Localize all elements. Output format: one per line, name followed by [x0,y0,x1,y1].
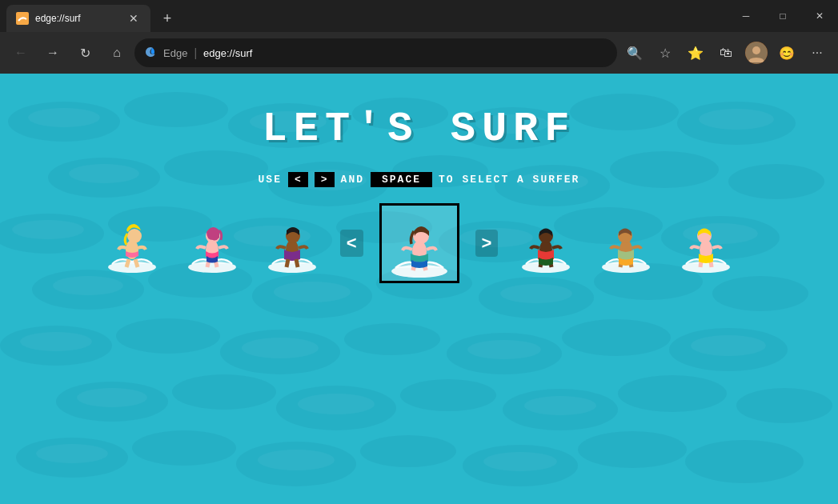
surfer-6[interactable] [594,207,658,279]
svg-point-71 [298,394,375,414]
window-controls: ─ □ ✕ [728,0,838,32]
svg-point-8 [570,94,679,130]
edge-logo [144,46,157,61]
svg-point-64 [274,282,351,302]
svg-point-44 [736,388,832,423]
tab-title: edge://surf [35,13,120,24]
surfer-5-svg [518,210,574,278]
instruction-suffix: TO SELECT A SURFER [439,174,579,186]
svg-point-74 [258,450,335,470]
surfer-3[interactable] [260,207,324,279]
svg-point-32 [116,318,220,354]
svg-point-2 [752,46,760,54]
svg-point-78 [127,229,142,243]
address-bar[interactable]: Edge | edge://surf [134,38,617,67]
maximize-button[interactable]: □ [764,0,801,32]
address-separator: | [194,46,197,59]
tab-close-button[interactable]: ✕ [126,11,141,26]
tab-area: edge://surf ✕ + [0,0,181,32]
surfer-2-svg [184,210,240,278]
game-area: LET'S SURF USE < > AND SPACE TO SELECT A… [0,74,838,504]
home-icon: ⌂ [113,46,121,60]
surfer-1-svg [104,210,160,278]
favorites-icon: ☆ [660,46,671,61]
svg-point-75 [483,452,557,471]
refresh-button[interactable]: ↻ [70,38,99,67]
svg-point-15 [610,151,719,188]
wallet-icon: 🛍 [720,46,732,60]
svg-point-69 [691,335,766,356]
svg-point-56 [69,164,139,183]
emoji-icon: 😊 [779,46,795,61]
surfer-4-svg [383,206,455,282]
edge-label-text: Edge [163,47,187,59]
svg-point-36 [562,319,671,356]
svg-point-59 [12,220,84,239]
titlebar-left: edge://surf ✕ + [0,0,181,32]
active-tab[interactable]: edge://surf ✕ [6,5,150,32]
svg-point-72 [524,396,596,415]
back-button[interactable]: ← [6,38,35,67]
svg-point-67 [242,338,319,358]
surfer-6-svg [598,210,654,278]
game-title: LET'S SURF [262,106,575,153]
surfer-5[interactable] [514,207,578,279]
emoji-button[interactable]: 😊 [772,38,801,67]
new-tab-button[interactable]: + [154,5,181,32]
avatar [745,42,768,64]
svg-point-73 [36,444,108,463]
svg-point-11 [164,150,268,186]
minimize-button[interactable]: ─ [728,0,764,32]
more-button[interactable]: ··· [803,38,832,67]
instruction-middle: AND [341,174,364,186]
instruction-prefix: USE [259,174,282,186]
svg-point-34 [344,323,440,355]
nav-icons: 🔍 ☆ ⭐ 🛍 😊 ··· [620,38,832,67]
key-right-button[interactable]: > [315,172,335,187]
close-button[interactable]: ✕ [801,0,838,32]
surfer-selection-row: < [100,203,739,283]
titlebar: edge://surf ✕ + ─ □ ✕ [0,0,838,32]
surfer-7[interactable] [674,207,738,279]
surfer-1[interactable] [100,207,164,279]
search-button[interactable]: 🔍 [620,38,649,67]
more-icon: ··· [812,46,822,60]
svg-point-52 [28,108,100,127]
surfer-nav-right[interactable]: > [475,230,499,257]
svg-point-48 [360,435,456,467]
svg-point-4 [124,92,228,127]
svg-point-66 [20,332,92,351]
surfer-2[interactable] [180,207,244,279]
key-space-button[interactable]: SPACE [371,172,432,187]
home-button[interactable]: ⌂ [102,38,131,67]
refresh-icon: ↻ [80,46,90,61]
collections-icon: ⭐ [688,46,704,61]
svg-point-55 [699,109,774,130]
key-left-button[interactable]: < [288,172,308,187]
navbar: ← → ↻ ⌂ Edge | edge://surf 🔍 ☆ ⭐ 🛍 [0,32,838,74]
back-icon: ← [14,46,27,60]
svg-point-39 [172,374,276,410]
instruction-row: USE < > AND SPACE TO SELECT A SURFER [259,172,580,187]
favorites-button[interactable]: ☆ [651,38,680,67]
surfer-4-selected[interactable] [379,203,459,283]
svg-point-41 [400,379,496,411]
svg-point-43 [618,375,727,412]
collections-button[interactable]: ⭐ [681,38,710,67]
surfer-7-svg [678,210,734,278]
svg-point-46 [132,430,236,466]
search-icon: 🔍 [627,46,643,61]
svg-point-16 [728,164,824,199]
svg-point-65 [500,284,572,303]
forward-button[interactable]: → [38,38,67,67]
profile-button[interactable] [742,38,771,67]
address-text: edge://surf [203,47,607,59]
svg-point-50 [578,431,687,468]
svg-point-51 [685,440,804,483]
surfer-nav-left[interactable]: < [340,230,363,257]
forward-icon: → [46,46,59,60]
tab-favicon [16,12,29,25]
wallet-button[interactable]: 🛍 [712,38,740,67]
surfer-3-svg [264,210,320,278]
svg-point-68 [467,340,541,359]
